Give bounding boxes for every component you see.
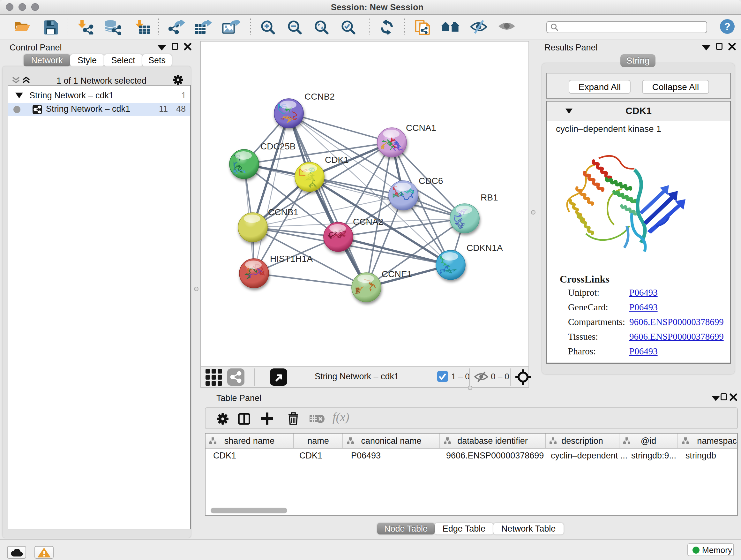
svg-text:?: ?	[724, 21, 731, 32]
svg-text:CDC25B: CDC25B	[260, 141, 295, 151]
svg-text:CCNA2: CCNA2	[353, 217, 383, 227]
svg-text:CCNB1: CCNB1	[268, 207, 298, 217]
svg-text:RB1: RB1	[481, 192, 498, 202]
svg-text:CCNE1: CCNE1	[382, 269, 412, 279]
svg-text:HIST1H1A: HIST1H1A	[270, 254, 313, 264]
svg-text:CDC6: CDC6	[419, 176, 443, 186]
svg-text:CCNA1: CCNA1	[406, 123, 436, 133]
svg-text:CDKN1A: CDKN1A	[467, 243, 503, 253]
svg-text:CCNB2: CCNB2	[305, 91, 335, 102]
svg-text:CDK1: CDK1	[325, 155, 349, 165]
